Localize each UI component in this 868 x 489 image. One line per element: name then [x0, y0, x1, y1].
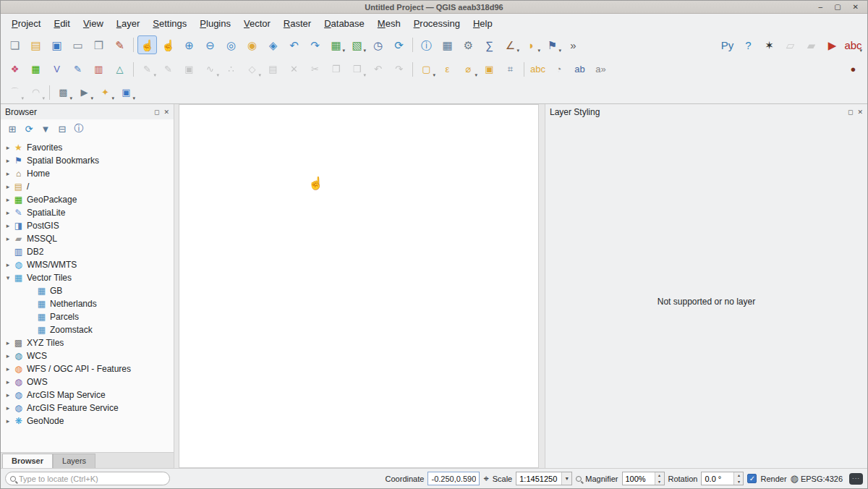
- redo-button[interactable]: ↷: [389, 60, 409, 79]
- zoom-out-button[interactable]: ⊖: [200, 35, 220, 54]
- cut-features-button[interactable]: ✂: [305, 60, 325, 79]
- magnifier-input[interactable]: [623, 472, 655, 485]
- render-checkbox[interactable]: ✓: [747, 474, 757, 483]
- open-project-button[interactable]: ▤: [26, 35, 46, 54]
- minimize-button[interactable]: –: [819, 1, 823, 13]
- pinned-labels-button[interactable]: ✦: [95, 83, 115, 102]
- pan-map-button[interactable]: ☝: [137, 35, 157, 54]
- maximize-button[interactable]: ▢: [834, 1, 841, 13]
- zoom-last-button[interactable]: ↶: [284, 35, 304, 54]
- tree-item-favorites[interactable]: ▸ ★ Favorites: [1, 141, 174, 154]
- expander-icon[interactable]: ▸: [4, 196, 12, 203]
- tree-item-[interactable]: ▸ ▤ /: [1, 180, 174, 193]
- copy-features-button[interactable]: ❐: [326, 60, 346, 79]
- tree-item-vector-tiles[interactable]: ▾ ▦ Vector Tiles: [1, 271, 174, 284]
- rule-labeling-button[interactable]: a»: [591, 60, 610, 79]
- scale-combo[interactable]: ▾: [516, 472, 572, 485]
- dock-tab-browser[interactable]: Browser: [2, 454, 53, 468]
- locate-input[interactable]: [19, 475, 165, 483]
- python-console-button[interactable]: Py: [718, 35, 737, 54]
- close-panel-icon[interactable]: ✕: [857, 109, 863, 116]
- expander-icon[interactable]: ▸: [4, 222, 12, 229]
- menu-item-database[interactable]: Database: [318, 15, 371, 32]
- select-features-button[interactable]: ▢: [417, 60, 436, 79]
- crs-status-button[interactable]: ◍ EPSG:4326: [791, 473, 843, 484]
- spin-up-icon[interactable]: ▴: [734, 472, 743, 479]
- toggle-editing-button[interactable]: ✎: [158, 60, 178, 79]
- digitize-with-segment-button[interactable]: ∿: [200, 60, 220, 79]
- zoom-next-button[interactable]: ↷: [305, 35, 325, 54]
- style-manager-button[interactable]: ✎: [110, 35, 129, 54]
- menu-item-project[interactable]: Project: [5, 15, 47, 32]
- pin-labels-button[interactable]: ▶: [822, 35, 842, 54]
- tree-item-parcels[interactable]: ▦ Parcels: [1, 310, 174, 323]
- scale-input[interactable]: [516, 472, 561, 485]
- vertex-tool-button[interactable]: ◇: [242, 60, 262, 79]
- zoom-full-button[interactable]: ◎: [221, 35, 241, 54]
- tree-item-zoomstack[interactable]: ▦ Zoomstack: [1, 323, 174, 336]
- report-bug-button[interactable]: ✶: [760, 35, 779, 54]
- new-mesh-layer-button[interactable]: △: [110, 60, 129, 79]
- show-hide-labels-button[interactable]: abc: [843, 35, 863, 54]
- menu-item-plugins[interactable]: Plugins: [193, 15, 237, 32]
- menu-item-layer[interactable]: Layer: [110, 15, 147, 32]
- tree-item-mssql[interactable]: ▸ ▰ MSSQL: [1, 232, 174, 245]
- field-calculator-button[interactable]: ⌗: [501, 60, 520, 79]
- right-splitter[interactable]: [539, 104, 545, 468]
- expander-icon[interactable]: ▸: [4, 261, 12, 268]
- menu-item-raster[interactable]: Raster: [277, 15, 318, 32]
- scale-dropdown-icon[interactable]: ▾: [561, 472, 571, 485]
- dock-tab-layers[interactable]: Layers: [53, 454, 95, 468]
- expander-icon[interactable]: ▸: [4, 144, 12, 151]
- new-spatial-bookmark-button[interactable]: ⚑: [542, 35, 562, 54]
- expander-icon[interactable]: ▸: [4, 209, 12, 216]
- rotation-spinbox[interactable]: ▴ ▾: [701, 472, 744, 485]
- select-by-form-button[interactable]: ▣: [480, 60, 499, 79]
- new-shapefile-layer-button[interactable]: V: [47, 60, 67, 79]
- menu-item-processing[interactable]: Processing: [407, 15, 467, 32]
- expander-icon[interactable]: ▸: [4, 339, 12, 346]
- map-canvas[interactable]: ☝: [179, 104, 539, 468]
- circular-string-button[interactable]: ⌒: [5, 83, 25, 102]
- checkerboard-fill-button[interactable]: ▩: [54, 83, 73, 102]
- spin-down-icon[interactable]: ▾: [655, 479, 664, 485]
- float-panel-icon[interactable]: ◻: [154, 109, 159, 116]
- layer-labeling-button[interactable]: abc: [528, 60, 548, 79]
- layer-diagram-button[interactable]: ◔: [549, 60, 569, 79]
- menu-item-edit[interactable]: Edit: [47, 15, 76, 32]
- tree-item-db2[interactable]: ▥ DB2: [1, 245, 174, 258]
- new-print-layout-button[interactable]: ▭: [68, 35, 88, 54]
- new-spatialite-layer-button[interactable]: ✎: [68, 60, 88, 79]
- deselect-all-button[interactable]: ⌀: [459, 60, 478, 79]
- save-layer-edits-button[interactable]: ▣: [179, 60, 199, 79]
- zoom-to-layer-button[interactable]: ◈: [263, 35, 283, 54]
- rotation-input[interactable]: [702, 472, 733, 485]
- float-panel-icon[interactable]: ◻: [848, 109, 853, 116]
- paste-features-button[interactable]: ❒: [347, 60, 367, 79]
- add-point-feature-button[interactable]: ∴: [221, 60, 241, 79]
- tree-item-home[interactable]: ▸ ⌂ Home: [1, 167, 174, 180]
- tree-item-spatialite[interactable]: ▸ ✎ SpatiaLite: [1, 206, 174, 219]
- open-attribute-table-button[interactable]: ▦: [438, 35, 457, 54]
- temporal-controller-button[interactable]: ◷: [368, 35, 388, 54]
- new-virtual-layer-button[interactable]: ▥: [89, 60, 109, 79]
- expander-icon[interactable]: ▸: [4, 235, 12, 242]
- tree-item-arcgis-feature-service[interactable]: ▸ ◍ ArcGIS Feature Service: [1, 401, 174, 414]
- statistical-summary-button[interactable]: ∑: [480, 35, 499, 54]
- collapse-all-button[interactable]: ⊟: [55, 122, 69, 136]
- new-project-button[interactable]: ❏: [5, 35, 25, 54]
- tree-item-geonode[interactable]: ▸ ❋ GeoNode: [1, 414, 174, 428]
- tree-item-arcgis-map-service[interactable]: ▸ ◍ ArcGIS Map Service: [1, 388, 174, 401]
- undo-button[interactable]: ↶: [368, 60, 388, 79]
- current-edits-button[interactable]: ✎: [137, 60, 157, 79]
- magnifier-spin-buttons[interactable]: ▴ ▾: [655, 472, 664, 485]
- expander-icon[interactable]: ▸: [4, 365, 12, 373]
- help-contents-button[interactable]: ?: [739, 35, 758, 54]
- menu-item-mesh[interactable]: Mesh: [371, 15, 407, 32]
- expander-icon[interactable]: ▸: [4, 352, 12, 360]
- pan-to-selection-button[interactable]: ☝: [158, 35, 178, 54]
- new-annotation-button[interactable]: ▣: [116, 83, 136, 102]
- expander-icon[interactable]: ▸: [4, 157, 12, 164]
- modify-attributes-button[interactable]: ▤: [263, 60, 283, 79]
- refresh-map-button[interactable]: ⟳: [389, 35, 409, 54]
